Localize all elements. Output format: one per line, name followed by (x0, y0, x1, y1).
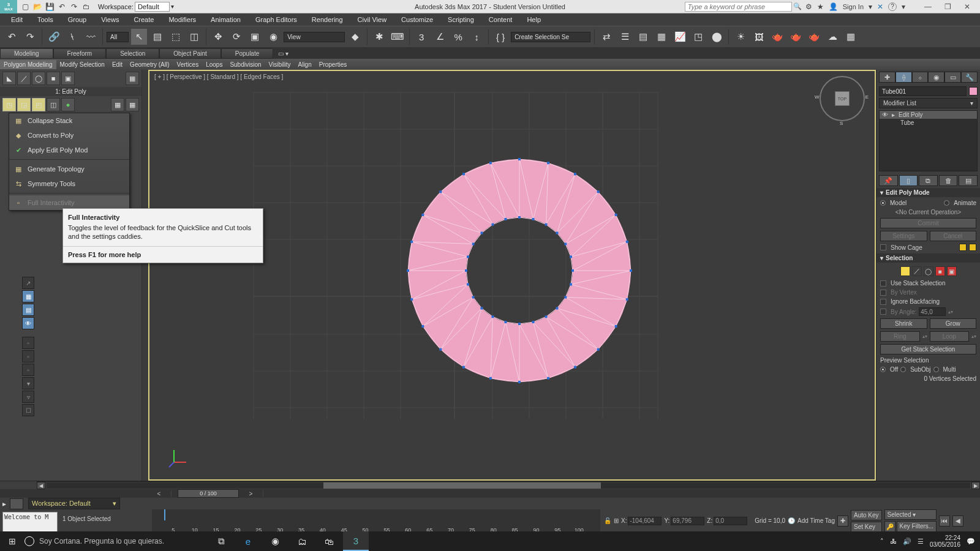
minimize-button[interactable]: — (919, 1, 937, 12)
strip-icon-3[interactable]: ▤ (22, 304, 34, 316)
shrink-button[interactable]: Shrink (880, 318, 927, 329)
ribbon-sub-visibility[interactable]: Visibility (265, 60, 295, 69)
viewport[interactable]: [ + ] [ Perspective ] [ Standard ] [ Edg… (142, 70, 876, 481)
goto-start-button[interactable]: ⏮ (939, 515, 950, 527)
hscroll-right[interactable]: ▶ (971, 482, 980, 489)
stack-pin-icon[interactable]: 📌 (879, 175, 898, 186)
user-icon[interactable]: 👤 (829, 2, 838, 11)
cortana-search[interactable]: Soy Cortana. Pregunta lo que quieras. (24, 536, 208, 546)
modifier-stack[interactable]: 👁▸Edit Poly Tube (879, 110, 978, 171)
menu-edit[interactable]: Edit (4, 14, 30, 25)
task-explorer-icon[interactable]: 🗂 (289, 531, 315, 551)
ribbon-sub-geometry[interactable]: Geometry (All) (126, 60, 173, 69)
strip-icon-9[interactable]: ▿ (22, 391, 34, 403)
workspace-dropdown[interactable]: Default (135, 2, 170, 12)
stack-show-end-icon[interactable]: ▯ (899, 175, 918, 186)
align-button[interactable]: ☰ (617, 29, 633, 45)
strip-icon-10[interactable]: ☐ (22, 404, 34, 416)
ribbon-sub-edit[interactable]: Edit (108, 60, 126, 69)
settings-button[interactable]: Settings (880, 231, 927, 241)
tray-notifications-icon[interactable]: 💬 (967, 538, 975, 545)
strip-icon-4[interactable]: 👁 (22, 317, 34, 329)
epoly-mode-icon[interactable]: ◣ (2, 72, 16, 85)
workspace-selector[interactable]: Workspace: Default▾ (28, 498, 120, 509)
selection-filter-dropdown[interactable]: All (107, 32, 129, 42)
task-edge-icon[interactable]: e (235, 531, 261, 551)
select-region-button[interactable]: ⬚ (168, 29, 184, 45)
pivot-button[interactable]: ◆ (347, 29, 363, 45)
subobj-element-button[interactable]: ▣ (947, 266, 957, 276)
render-setup-button[interactable]: ☀ (733, 29, 748, 45)
strip-icon-1[interactable]: ↗ (22, 277, 34, 289)
snap-toggle-button[interactable]: 3 (413, 29, 429, 45)
epoly-poly-icon[interactable]: ■ (47, 72, 60, 85)
ribbon-sub-align[interactable]: Align (294, 60, 315, 69)
menu-animation[interactable]: Animation (203, 14, 248, 25)
mode-animate-radio[interactable] (944, 200, 949, 206)
menu-help[interactable]: Help (519, 14, 548, 25)
ribbon-btn-c[interactable]: ▦ (126, 98, 139, 111)
subobj-border-button[interactable]: ◯ (924, 266, 933, 276)
trackbar-expand-icon[interactable]: ▸ (0, 500, 9, 508)
epoly-edge-icon[interactable]: ／ (17, 72, 31, 85)
tray-volume-icon[interactable]: 🔊 (903, 538, 911, 545)
strip-icon-8[interactable]: ▾ (22, 377, 34, 389)
mirror-button[interactable]: ⇄ (598, 29, 614, 45)
render-frame-button[interactable]: 🖼 (751, 29, 767, 45)
menu-group[interactable]: Group (61, 14, 94, 25)
cmd-tab-utilities[interactable]: 🔧 (961, 72, 978, 83)
infocenter-search[interactable] (685, 2, 792, 12)
task-store-icon[interactable]: 🛍 (316, 531, 342, 551)
time-slider[interactable]: < 0 / 100 > (0, 489, 980, 498)
named-selection-dropdown[interactable]: Create Selection Se (511, 32, 590, 42)
tray-up-icon[interactable]: ˄ (880, 538, 884, 545)
menu-content[interactable]: Content (481, 14, 520, 25)
autokey-button[interactable]: Auto Key (851, 510, 882, 520)
time-cursor[interactable] (164, 509, 165, 520)
select-by-name-button[interactable]: ▤ (149, 29, 165, 45)
epoly-border-icon[interactable]: ◯ (32, 72, 45, 85)
maximize-button[interactable]: ❐ (938, 1, 957, 12)
poly-tool-2[interactable]: ◲ (17, 98, 31, 111)
stack-configure-icon[interactable]: ▤ (959, 175, 978, 186)
timetag-icon[interactable]: 🕒 (788, 517, 795, 524)
dropdown-symmetry-tools[interactable]: ⇆Symmetry Tools (9, 176, 129, 191)
link-button[interactable]: 🔗 (46, 29, 62, 45)
help-icon[interactable]: ? (888, 2, 897, 11)
hscroll-thumb[interactable] (323, 482, 600, 489)
object-color-swatch[interactable] (969, 87, 978, 96)
ribbon-tab-objectpaint[interactable]: Object Paint (159, 48, 221, 59)
ignore-backfacing-checkbox[interactable] (880, 299, 886, 305)
ribbon-tab-selection[interactable]: Selection (106, 48, 159, 59)
placement-button[interactable]: ◉ (265, 29, 281, 45)
ribbon-sub-vertices[interactable]: Vertices (173, 60, 203, 69)
render-production-button[interactable]: 🫖 (769, 29, 785, 45)
commit-button[interactable]: Commit (880, 218, 976, 228)
tray-network-icon[interactable]: 🖧 (890, 538, 897, 545)
z-coord[interactable] (714, 517, 747, 525)
dropdown-caret-icon[interactable]: ▾ (171, 3, 174, 10)
bind-spacewarp-button[interactable]: 〰 (83, 29, 99, 45)
ribbon-sub-modifysel[interactable]: Modify Selection (56, 60, 108, 69)
select-object-button[interactable]: ↖ (131, 29, 147, 45)
poly-tool-1[interactable]: ◳ (2, 98, 16, 111)
prev-frame-button[interactable]: ◀ (952, 515, 963, 527)
keyboard-shortcut-button[interactable]: ⌨ (390, 29, 405, 45)
help-caret-icon[interactable]: ▾ (902, 2, 905, 11)
window-crossing-button[interactable]: ◫ (186, 29, 202, 45)
strip-icon-7[interactable]: ▫ (22, 364, 34, 376)
subobj-poly-button[interactable]: ■ (935, 266, 945, 276)
use-stack-checkbox[interactable] (880, 280, 886, 287)
menu-rendering[interactable]: Rendering (304, 14, 350, 25)
stack-remove-icon[interactable]: 🗑 (939, 175, 958, 186)
menu-customize[interactable]: Customize (394, 14, 440, 25)
cmd-tab-hierarchy[interactable]: ⬦ (912, 72, 929, 83)
menu-civilview[interactable]: Civil View (350, 14, 394, 25)
ribbon-sub-subdiv[interactable]: Subdivision (226, 60, 265, 69)
lock-icon[interactable]: 🔓 (604, 517, 611, 524)
subobj-edge-button[interactable]: ／ (912, 266, 922, 276)
edit-named-sel-button[interactable]: { } (492, 29, 508, 45)
save-icon[interactable]: 💾 (44, 1, 55, 12)
task-chrome-icon[interactable]: ◉ (262, 531, 288, 551)
rollout-editpolymode[interactable]: ▾Edit Poly Mode (876, 188, 980, 197)
